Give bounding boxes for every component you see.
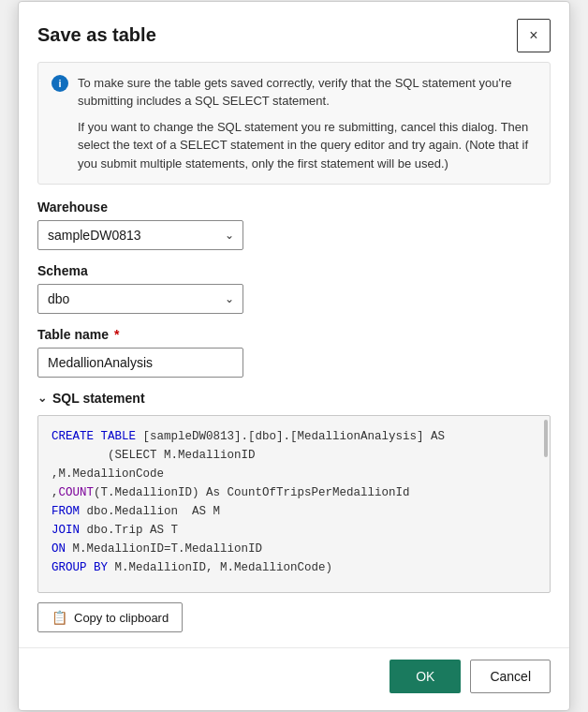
dialog-title: Save as table xyxy=(37,24,156,46)
warehouse-select-wrapper: sampleDW0813 ⌄ xyxy=(37,220,243,250)
table-name-section: Table name * xyxy=(19,327,569,378)
schema-select-wrapper: dbo ⌄ xyxy=(37,284,243,314)
sql-line-1: CREATE TABLE [sampleDW0813].[dbo].[Medal… xyxy=(51,427,537,446)
info-text: To make sure the table gets saved correc… xyxy=(78,74,537,173)
schema-select[interactable]: dbo xyxy=(37,284,243,314)
dialog-footer: OK Cancel xyxy=(19,647,569,710)
sql-toggle[interactable]: ⌄ SQL statement xyxy=(37,391,551,406)
ok-button[interactable]: OK xyxy=(390,660,461,693)
chevron-down-icon: ⌄ xyxy=(37,392,47,405)
sql-line-6: JOIN dbo.Trip AS T xyxy=(51,521,537,540)
warehouse-label: Warehouse xyxy=(37,200,551,215)
table-name-label: Table name * xyxy=(37,327,551,342)
sql-line-2: (SELECT M.MedallionID xyxy=(51,446,537,465)
clipboard-icon: 📋 xyxy=(51,610,67,625)
sql-code-box: CREATE TABLE [sampleDW0813].[dbo].[Medal… xyxy=(37,415,551,593)
required-indicator: * xyxy=(110,327,119,342)
schema-label: Schema xyxy=(37,263,551,278)
schema-section: Schema dbo ⌄ xyxy=(19,263,569,314)
info-icon: i xyxy=(51,75,68,92)
scrollbar[interactable] xyxy=(544,420,548,457)
sql-line-3: ,M.MedallionCode xyxy=(51,465,537,483)
dialog-header: Save as table × xyxy=(19,2,569,62)
sql-toggle-label: SQL statement xyxy=(52,391,145,406)
close-button[interactable]: × xyxy=(517,19,551,52)
copy-to-clipboard-button[interactable]: 📋 Copy to clipboard xyxy=(37,602,183,632)
warehouse-section: Warehouse sampleDW0813 ⌄ xyxy=(19,200,569,250)
table-name-input[interactable] xyxy=(37,348,243,378)
warehouse-select[interactable]: sampleDW0813 xyxy=(37,220,243,250)
sql-section: ⌄ SQL statement CREATE TABLE [sampleDW08… xyxy=(19,391,569,593)
sql-line-8: GROUP BY M.MedallionID, M.MedallionCode) xyxy=(51,558,537,577)
sql-line-4: ,COUNT(T.MedallionID) As CountOfTripsPer… xyxy=(51,483,537,502)
cancel-button[interactable]: Cancel xyxy=(470,660,551,693)
info-line1: To make sure the table gets saved correc… xyxy=(78,74,537,111)
info-box: i To make sure the table gets saved corr… xyxy=(37,62,551,185)
copy-btn-label: Copy to clipboard xyxy=(74,611,169,625)
info-line2: If you want to change the SQL statement … xyxy=(78,118,537,173)
sql-line-7: ON M.MedallionID=T.MedallionID xyxy=(51,540,537,558)
save-as-table-dialog: Save as table × i To make sure the table… xyxy=(18,1,570,712)
sql-line-5: FROM dbo.Medallion AS M xyxy=(51,502,537,521)
